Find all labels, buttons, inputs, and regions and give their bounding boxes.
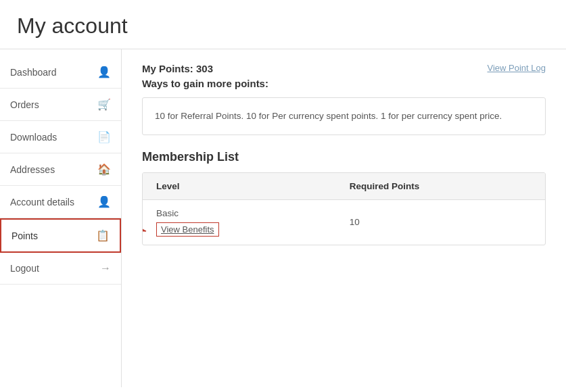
- logout-icon: →: [100, 262, 111, 274]
- sidebar-item-logout[interactable]: Logout →: [0, 253, 121, 285]
- downloads-icon: 📄: [97, 130, 111, 143]
- account-details-icon: 👤: [97, 195, 111, 208]
- points-header: My Points: 303 Ways to gain more points:…: [142, 63, 546, 89]
- sidebar-item-label: Downloads: [10, 132, 57, 143]
- sidebar-item-downloads[interactable]: Downloads 📄: [0, 121, 121, 153]
- sidebar-item-points[interactable]: Points 📋: [0, 218, 121, 253]
- sidebar-item-label: Points: [11, 230, 38, 241]
- required-points-header: Required Points: [336, 173, 545, 200]
- sidebar-item-account-details[interactable]: Account details 👤: [0, 186, 121, 218]
- sidebar: Dashboard 👤 Orders 🛒 Downloads 📄 Address…: [0, 49, 122, 387]
- points-info-box: 10 for Referral Points. 10 for Per curre…: [142, 97, 546, 135]
- sidebar-item-label: Dashboard: [10, 67, 57, 78]
- dashboard-icon: 👤: [97, 66, 111, 78]
- ways-to-gain-title: Ways to gain more points:: [142, 78, 268, 89]
- membership-table-container: Level Required Points Basic View Benefit…: [142, 172, 546, 245]
- sidebar-item-label: Addresses: [10, 164, 55, 175]
- membership-title: Membership List: [142, 150, 546, 164]
- table-header-row: Level Required Points: [143, 173, 545, 200]
- main-content: My Points: 303 Ways to gain more points:…: [122, 49, 566, 387]
- sidebar-item-dashboard[interactable]: Dashboard 👤: [0, 56, 121, 89]
- points-info-left: My Points: 303 Ways to gain more points:: [142, 63, 268, 89]
- page-title: My account: [0, 0, 566, 49]
- view-point-log-link[interactable]: View Point Log: [488, 63, 546, 73]
- view-benefits-box: View Benefits: [156, 222, 219, 237]
- level-cell: Basic View Benefits: [143, 199, 336, 245]
- sidebar-item-label: Account details: [10, 197, 74, 207]
- sidebar-item-label: Logout: [10, 263, 39, 274]
- sidebar-item-addresses[interactable]: Addresses 🏠: [0, 153, 121, 186]
- points-count: My Points: 303: [142, 63, 268, 74]
- table-row: Basic View Benefits: [143, 199, 545, 245]
- level-header: Level: [143, 173, 336, 200]
- points-icon: 📋: [96, 229, 110, 242]
- level-name: Basic: [156, 208, 323, 218]
- required-points-cell: 10: [336, 199, 545, 245]
- view-benefits-link[interactable]: View Benefits: [161, 224, 214, 235]
- arrow-annotation: [142, 219, 153, 245]
- sidebar-item-orders[interactable]: Orders 🛒: [0, 89, 121, 121]
- orders-icon: 🛒: [97, 98, 111, 111]
- addresses-icon: 🏠: [97, 163, 111, 176]
- sidebar-item-label: Orders: [10, 99, 39, 110]
- membership-table: Level Required Points Basic View Benefit…: [143, 173, 545, 245]
- points-info-text: 10 for Referral Points. 10 for Per curre…: [155, 111, 502, 121]
